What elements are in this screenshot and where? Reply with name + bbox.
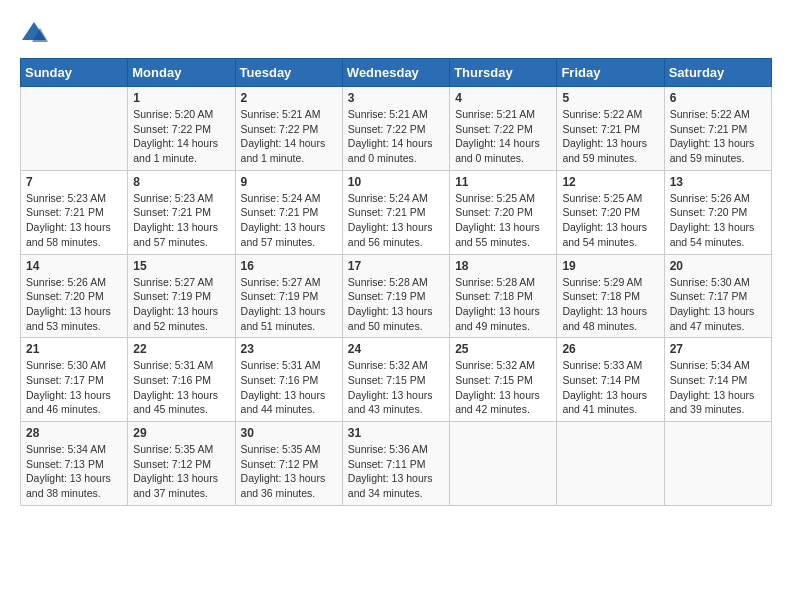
calendar-cell <box>21 87 128 171</box>
calendar-cell <box>557 422 664 506</box>
cell-info: Sunrise: 5:30 AM Sunset: 7:17 PM Dayligh… <box>26 358 122 417</box>
date-number: 19 <box>562 259 658 273</box>
date-number: 11 <box>455 175 551 189</box>
date-number: 23 <box>241 342 337 356</box>
cell-info: Sunrise: 5:35 AM Sunset: 7:12 PM Dayligh… <box>133 442 229 501</box>
date-number: 26 <box>562 342 658 356</box>
calendar-cell: 5Sunrise: 5:22 AM Sunset: 7:21 PM Daylig… <box>557 87 664 171</box>
calendar-cell: 28Sunrise: 5:34 AM Sunset: 7:13 PM Dayli… <box>21 422 128 506</box>
calendar-cell: 18Sunrise: 5:28 AM Sunset: 7:18 PM Dayli… <box>450 254 557 338</box>
cell-info: Sunrise: 5:30 AM Sunset: 7:17 PM Dayligh… <box>670 275 766 334</box>
date-number: 13 <box>670 175 766 189</box>
calendar-cell: 21Sunrise: 5:30 AM Sunset: 7:17 PM Dayli… <box>21 338 128 422</box>
week-row-3: 14Sunrise: 5:26 AM Sunset: 7:20 PM Dayli… <box>21 254 772 338</box>
date-number: 24 <box>348 342 444 356</box>
date-number: 4 <box>455 91 551 105</box>
calendar-cell: 17Sunrise: 5:28 AM Sunset: 7:19 PM Dayli… <box>342 254 449 338</box>
logo-icon <box>20 20 48 48</box>
date-number: 14 <box>26 259 122 273</box>
cell-info: Sunrise: 5:24 AM Sunset: 7:21 PM Dayligh… <box>348 191 444 250</box>
cell-info: Sunrise: 5:24 AM Sunset: 7:21 PM Dayligh… <box>241 191 337 250</box>
date-number: 21 <box>26 342 122 356</box>
date-number: 8 <box>133 175 229 189</box>
calendar-cell: 29Sunrise: 5:35 AM Sunset: 7:12 PM Dayli… <box>128 422 235 506</box>
header-monday: Monday <box>128 59 235 87</box>
cell-info: Sunrise: 5:32 AM Sunset: 7:15 PM Dayligh… <box>348 358 444 417</box>
cell-info: Sunrise: 5:27 AM Sunset: 7:19 PM Dayligh… <box>133 275 229 334</box>
calendar-cell <box>664 422 771 506</box>
week-row-5: 28Sunrise: 5:34 AM Sunset: 7:13 PM Dayli… <box>21 422 772 506</box>
date-number: 15 <box>133 259 229 273</box>
date-number: 2 <box>241 91 337 105</box>
cell-info: Sunrise: 5:35 AM Sunset: 7:12 PM Dayligh… <box>241 442 337 501</box>
cell-info: Sunrise: 5:31 AM Sunset: 7:16 PM Dayligh… <box>133 358 229 417</box>
date-number: 22 <box>133 342 229 356</box>
week-row-1: 1Sunrise: 5:20 AM Sunset: 7:22 PM Daylig… <box>21 87 772 171</box>
date-number: 6 <box>670 91 766 105</box>
calendar-cell: 20Sunrise: 5:30 AM Sunset: 7:17 PM Dayli… <box>664 254 771 338</box>
cell-info: Sunrise: 5:23 AM Sunset: 7:21 PM Dayligh… <box>26 191 122 250</box>
calendar-cell: 31Sunrise: 5:36 AM Sunset: 7:11 PM Dayli… <box>342 422 449 506</box>
cell-info: Sunrise: 5:34 AM Sunset: 7:14 PM Dayligh… <box>670 358 766 417</box>
calendar-cell: 1Sunrise: 5:20 AM Sunset: 7:22 PM Daylig… <box>128 87 235 171</box>
calendar-cell: 12Sunrise: 5:25 AM Sunset: 7:20 PM Dayli… <box>557 170 664 254</box>
calendar-cell: 11Sunrise: 5:25 AM Sunset: 7:20 PM Dayli… <box>450 170 557 254</box>
calendar-cell: 8Sunrise: 5:23 AM Sunset: 7:21 PM Daylig… <box>128 170 235 254</box>
date-number: 10 <box>348 175 444 189</box>
week-row-2: 7Sunrise: 5:23 AM Sunset: 7:21 PM Daylig… <box>21 170 772 254</box>
cell-info: Sunrise: 5:21 AM Sunset: 7:22 PM Dayligh… <box>348 107 444 166</box>
logo <box>20 20 52 48</box>
calendar-cell: 2Sunrise: 5:21 AM Sunset: 7:22 PM Daylig… <box>235 87 342 171</box>
calendar-cell: 27Sunrise: 5:34 AM Sunset: 7:14 PM Dayli… <box>664 338 771 422</box>
header-row: SundayMondayTuesdayWednesdayThursdayFrid… <box>21 59 772 87</box>
header-saturday: Saturday <box>664 59 771 87</box>
calendar-cell: 9Sunrise: 5:24 AM Sunset: 7:21 PM Daylig… <box>235 170 342 254</box>
date-number: 27 <box>670 342 766 356</box>
calendar-cell: 7Sunrise: 5:23 AM Sunset: 7:21 PM Daylig… <box>21 170 128 254</box>
calendar-cell: 15Sunrise: 5:27 AM Sunset: 7:19 PM Dayli… <box>128 254 235 338</box>
date-number: 30 <box>241 426 337 440</box>
calendar-cell: 19Sunrise: 5:29 AM Sunset: 7:18 PM Dayli… <box>557 254 664 338</box>
header-friday: Friday <box>557 59 664 87</box>
cell-info: Sunrise: 5:22 AM Sunset: 7:21 PM Dayligh… <box>670 107 766 166</box>
date-number: 12 <box>562 175 658 189</box>
calendar-cell: 24Sunrise: 5:32 AM Sunset: 7:15 PM Dayli… <box>342 338 449 422</box>
cell-info: Sunrise: 5:34 AM Sunset: 7:13 PM Dayligh… <box>26 442 122 501</box>
cell-info: Sunrise: 5:22 AM Sunset: 7:21 PM Dayligh… <box>562 107 658 166</box>
cell-info: Sunrise: 5:26 AM Sunset: 7:20 PM Dayligh… <box>26 275 122 334</box>
date-number: 1 <box>133 91 229 105</box>
cell-info: Sunrise: 5:25 AM Sunset: 7:20 PM Dayligh… <box>562 191 658 250</box>
calendar-table: SundayMondayTuesdayWednesdayThursdayFrid… <box>20 58 772 506</box>
date-number: 16 <box>241 259 337 273</box>
cell-info: Sunrise: 5:27 AM Sunset: 7:19 PM Dayligh… <box>241 275 337 334</box>
cell-info: Sunrise: 5:31 AM Sunset: 7:16 PM Dayligh… <box>241 358 337 417</box>
date-number: 9 <box>241 175 337 189</box>
date-number: 17 <box>348 259 444 273</box>
calendar-cell: 23Sunrise: 5:31 AM Sunset: 7:16 PM Dayli… <box>235 338 342 422</box>
calendar-cell: 30Sunrise: 5:35 AM Sunset: 7:12 PM Dayli… <box>235 422 342 506</box>
cell-info: Sunrise: 5:28 AM Sunset: 7:19 PM Dayligh… <box>348 275 444 334</box>
page-header <box>20 20 772 48</box>
calendar-cell: 4Sunrise: 5:21 AM Sunset: 7:22 PM Daylig… <box>450 87 557 171</box>
cell-info: Sunrise: 5:21 AM Sunset: 7:22 PM Dayligh… <box>241 107 337 166</box>
cell-info: Sunrise: 5:28 AM Sunset: 7:18 PM Dayligh… <box>455 275 551 334</box>
calendar-cell: 26Sunrise: 5:33 AM Sunset: 7:14 PM Dayli… <box>557 338 664 422</box>
cell-info: Sunrise: 5:29 AM Sunset: 7:18 PM Dayligh… <box>562 275 658 334</box>
calendar-cell: 22Sunrise: 5:31 AM Sunset: 7:16 PM Dayli… <box>128 338 235 422</box>
date-number: 5 <box>562 91 658 105</box>
calendar-cell: 14Sunrise: 5:26 AM Sunset: 7:20 PM Dayli… <box>21 254 128 338</box>
header-tuesday: Tuesday <box>235 59 342 87</box>
date-number: 28 <box>26 426 122 440</box>
calendar-cell: 13Sunrise: 5:26 AM Sunset: 7:20 PM Dayli… <box>664 170 771 254</box>
date-number: 3 <box>348 91 444 105</box>
date-number: 20 <box>670 259 766 273</box>
calendar-cell: 6Sunrise: 5:22 AM Sunset: 7:21 PM Daylig… <box>664 87 771 171</box>
cell-info: Sunrise: 5:32 AM Sunset: 7:15 PM Dayligh… <box>455 358 551 417</box>
date-number: 7 <box>26 175 122 189</box>
cell-info: Sunrise: 5:33 AM Sunset: 7:14 PM Dayligh… <box>562 358 658 417</box>
calendar-cell: 3Sunrise: 5:21 AM Sunset: 7:22 PM Daylig… <box>342 87 449 171</box>
calendar-cell: 10Sunrise: 5:24 AM Sunset: 7:21 PM Dayli… <box>342 170 449 254</box>
cell-info: Sunrise: 5:21 AM Sunset: 7:22 PM Dayligh… <box>455 107 551 166</box>
cell-info: Sunrise: 5:23 AM Sunset: 7:21 PM Dayligh… <box>133 191 229 250</box>
calendar-cell: 25Sunrise: 5:32 AM Sunset: 7:15 PM Dayli… <box>450 338 557 422</box>
